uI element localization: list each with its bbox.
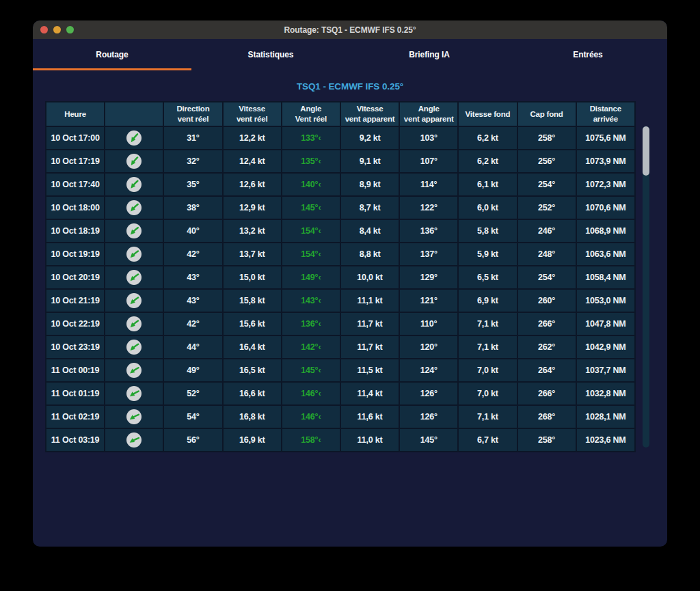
table-row[interactable]: 10 Oct 17:0031°12,2 kt133°‹9,2 kt103°6,2… — [46, 127, 634, 149]
cell-vitesse-vent-reel: 13,7 kt — [224, 243, 281, 265]
cell-cap-fond: 258° — [518, 429, 576, 451]
wind-direction-icon — [126, 339, 142, 355]
cell-wind-icon — [105, 197, 163, 219]
cell-angle-vent-reel: 154°‹ — [282, 220, 340, 242]
cell-cap-fond: 252° — [518, 197, 576, 219]
table-row[interactable]: 10 Oct 20:1943°15,0 kt149°‹10,0 kt129°6,… — [46, 266, 634, 288]
cell-direction-vent-reel: 31° — [164, 127, 221, 149]
wind-direction-icon — [126, 362, 142, 379]
cell-vitesse-vent-apparent: 11,1 kt — [341, 290, 399, 312]
wind-direction-icon — [126, 176, 142, 193]
table-row[interactable]: 10 Oct 19:1942°13,7 kt154°‹8,8 kt137°5,9… — [46, 243, 634, 265]
minimize-button[interactable] — [53, 26, 61, 33]
scrollbar-thumb[interactable] — [643, 126, 649, 176]
cell-distance-arrivee: 1023,6 NM — [577, 429, 634, 451]
cell-angle-vent-reel: 145°‹ — [282, 359, 340, 381]
cell-distance-arrivee: 1068,9 NM — [577, 220, 634, 242]
cell-vitesse-vent-reel: 15,8 kt — [224, 290, 281, 312]
table-row[interactable]: 10 Oct 23:1944°16,4 kt142°‹11,7 kt120°7,… — [46, 336, 634, 358]
cell-vitesse-fond: 6,9 kt — [459, 290, 516, 312]
table-row[interactable]: 11 Oct 01:1952°16,6 kt146°‹11,4 kt126°7,… — [46, 383, 634, 404]
cell-vitesse-vent-apparent: 8,9 kt — [341, 174, 399, 195]
cell-cap-fond: 266° — [518, 383, 576, 404]
cell-vitesse-vent-apparent: 9,2 kt — [341, 127, 399, 149]
table-row[interactable]: 10 Oct 21:1943°15,8 kt143°‹11,1 kt121°6,… — [46, 290, 634, 312]
vertical-scrollbar[interactable] — [643, 126, 649, 448]
cell-vitesse-fond: 5,8 kt — [459, 220, 516, 242]
routing-table: Heure Direction vent réel Vitesse vent r… — [45, 101, 636, 452]
tab-entrees-label: Entrées — [573, 50, 602, 59]
cell-vitesse-vent-apparent: 10,0 kt — [341, 266, 399, 288]
tab-briefing-ia-label: Briefing IA — [409, 50, 450, 59]
window-title: Routage: TSQ1 - ECMWF IFS 0.25° — [284, 25, 416, 35]
cell-vitesse-vent-reel: 12,4 kt — [224, 150, 281, 172]
cell-cap-fond: 256° — [518, 150, 576, 172]
cell-distance-arrivee: 1042,9 NM — [577, 336, 634, 358]
table-row[interactable]: 10 Oct 22:1942°15,6 kt136°‹11,7 kt110°7,… — [46, 313, 634, 335]
table-row[interactable]: 10 Oct 17:4035°12,6 kt140°‹8,9 kt114°6,1… — [46, 174, 634, 195]
cell-wind-icon — [105, 266, 163, 288]
cell-direction-vent-reel: 42° — [164, 313, 221, 335]
column-header-vitesse-vent-reel: Vitesse vent réel — [224, 102, 281, 126]
zoom-button[interactable] — [66, 26, 74, 33]
app-window: Routage: TSQ1 - ECMWF IFS 0.25° Routage … — [33, 20, 667, 547]
cell-wind-icon — [105, 336, 163, 358]
cell-angle-vent-apparent: 121° — [400, 290, 457, 312]
cell-heure: 10 Oct 22:19 — [46, 313, 104, 335]
cell-distance-arrivee: 1053,0 NM — [577, 290, 634, 312]
tab-routage[interactable]: Routage — [33, 39, 191, 70]
cell-vitesse-vent-apparent: 8,8 kt — [341, 243, 399, 265]
table-row[interactable]: 11 Oct 00:1949°16,5 kt145°‹11,5 kt124°7,… — [46, 359, 634, 381]
tab-briefing-ia[interactable]: Briefing IA — [350, 39, 509, 70]
cell-vitesse-fond: 6,5 kt — [459, 266, 516, 288]
routing-table-wrap: Heure Direction vent réel Vitesse vent r… — [45, 101, 636, 452]
column-header-direction-vent-reel: Direction vent réel — [164, 102, 221, 126]
close-button[interactable] — [40, 26, 48, 33]
cell-angle-vent-apparent: 126° — [400, 406, 457, 428]
table-row[interactable]: 11 Oct 02:1954°16,8 kt146°‹11,6 kt126°7,… — [46, 406, 634, 428]
table-row[interactable]: 10 Oct 18:1940°13,2 kt154°‹8,4 kt136°5,8… — [46, 220, 634, 242]
titlebar: Routage: TSQ1 - ECMWF IFS 0.25° — [33, 20, 667, 39]
tab-entrees[interactable]: Entrées — [509, 39, 667, 70]
table-row[interactable]: 10 Oct 17:1932°12,4 kt135°‹9,1 kt107°6,2… — [46, 150, 634, 172]
column-header-vitesse-vent-apparent: Vitesse vent apparent — [341, 102, 399, 126]
cell-angle-vent-reel: 145°‹ — [282, 197, 340, 219]
cell-heure: 11 Oct 01:19 — [46, 383, 104, 404]
table-row[interactable]: 11 Oct 03:1956°16,9 kt158°‹11,0 kt145°6,… — [46, 429, 634, 451]
cell-angle-vent-reel: 149°‹ — [282, 266, 340, 288]
cell-direction-vent-reel: 44° — [164, 336, 221, 358]
cell-wind-icon — [105, 150, 163, 172]
tab-statistiques[interactable]: Statistiques — [191, 39, 350, 70]
cell-cap-fond: 264° — [518, 359, 576, 381]
cell-heure: 10 Oct 18:00 — [46, 197, 104, 219]
cell-distance-arrivee: 1032,8 NM — [577, 383, 634, 404]
cell-vitesse-vent-reel: 15,6 kt — [224, 313, 281, 335]
cell-cap-fond: 246° — [518, 220, 576, 242]
wind-direction-icon — [126, 409, 142, 425]
cell-angle-vent-apparent: 120° — [400, 336, 457, 358]
cell-distance-arrivee: 1070,6 NM — [577, 197, 634, 219]
cell-vitesse-vent-reel: 16,8 kt — [224, 406, 281, 428]
cell-vitesse-fond: 6,2 kt — [459, 127, 516, 149]
cell-wind-icon — [105, 313, 163, 335]
cell-direction-vent-reel: 35° — [164, 174, 221, 195]
cell-vitesse-vent-reel: 15,0 kt — [224, 266, 281, 288]
column-header-wind-icon — [105, 102, 163, 126]
cell-wind-icon — [105, 220, 163, 242]
cell-vitesse-fond: 6,0 kt — [459, 197, 516, 219]
wind-direction-icon — [126, 292, 142, 309]
cell-heure: 10 Oct 17:40 — [46, 174, 104, 195]
wind-direction-icon — [126, 200, 142, 216]
cell-wind-icon — [105, 290, 163, 312]
cell-vitesse-vent-reel: 16,6 kt — [224, 383, 281, 404]
cell-distance-arrivee: 1073,9 NM — [577, 150, 634, 172]
cell-vitesse-vent-reel: 13,2 kt — [224, 220, 281, 242]
cell-distance-arrivee: 1063,6 NM — [577, 243, 634, 265]
cell-direction-vent-reel: 54° — [164, 406, 221, 428]
cell-heure: 10 Oct 20:19 — [46, 266, 104, 288]
cell-cap-fond: 254° — [518, 266, 576, 288]
wind-direction-icon — [126, 130, 142, 146]
table-row[interactable]: 10 Oct 18:0038°12,9 kt145°‹8,7 kt122°6,0… — [46, 197, 634, 219]
cell-angle-vent-apparent: 137° — [400, 243, 457, 265]
cell-angle-vent-reel: 154°‹ — [282, 243, 340, 265]
